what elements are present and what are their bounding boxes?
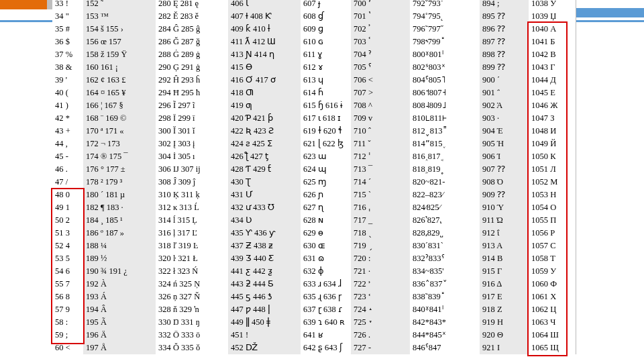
codepoint-cell: 613 ɥ xyxy=(301,74,351,87)
codepoint-cell: 921 Ι xyxy=(480,342,529,354)
codepoint-cell: 46 . xyxy=(52,163,83,176)
codepoint-cell: 844*845ˣ xyxy=(410,329,480,342)
codepoint-cell: 154 š 155 › xyxy=(83,23,156,36)
codepoint-cell: 156 œ 157 xyxy=(83,36,156,48)
codepoint-cell: 294 Ħ 295 ħ xyxy=(156,87,228,99)
codepoint-cell: 447 ƿ 448 ǀ xyxy=(228,303,301,316)
codepoint-cell: 296 Ĩ 297 ĩ xyxy=(156,99,228,112)
codepoint-cell: 415 Ɵ xyxy=(228,61,301,74)
codepoint-cell: 193 Á xyxy=(83,291,156,303)
codepoint-cell: 443 ƻ 444 Ƽ xyxy=(228,278,301,291)
codepoint-cell: 1050 К xyxy=(529,150,576,163)
codepoint-cell: 718 ˎ xyxy=(351,227,410,240)
codepoint-cell: 37 % xyxy=(52,48,83,61)
codepoint-cell: 413 Ɲ 414 ƞ xyxy=(228,48,301,61)
codepoint-cell: 152 ˜ xyxy=(83,0,156,10)
codepoint-cell: 717 _ xyxy=(351,214,410,227)
codepoint-cell: 701 ʽ xyxy=(351,10,410,23)
codepoint-cell: 897 ⁇ xyxy=(480,36,529,48)
codepoint-cell: 918 Ζ xyxy=(480,303,529,316)
codepoint-cell: 1042 В xyxy=(529,48,576,61)
codepoint-cell: 326 ņ 327 Ň xyxy=(156,291,228,303)
codepoint-cell: 629 ɵ xyxy=(301,227,351,240)
codepoint-cell: 727 - xyxy=(351,342,410,354)
codepoint-cell: 308 Ĵ 309 ĵ xyxy=(156,176,228,189)
codepoint-cell: 437 Ƶ 438 ƶ xyxy=(228,240,301,252)
codepoint-cell: 625 ɱ xyxy=(301,176,351,189)
codepoint-cell: 42 * xyxy=(52,112,83,125)
codepoint-cell: 708 ^ xyxy=(351,99,410,112)
codepoint-cell: 192 À xyxy=(83,278,156,291)
codepoint-cell: 900 ΄ xyxy=(480,74,529,87)
codepoint-cell: 284 Ĝ 285 ĝ xyxy=(156,23,228,36)
codepoint-cell: 51 3 xyxy=(52,227,83,240)
codepoint-cell: 802ˢ803ˣ xyxy=(410,61,480,74)
codepoint-cell: 1058 Т xyxy=(529,252,576,265)
codepoint-cell: 808˨809˩ xyxy=(410,99,480,112)
codepoint-cell: 898 ⁇ xyxy=(480,48,529,61)
codepoint-cell: 58 : xyxy=(52,316,83,329)
codepoint-cell: 909 ⁇ xyxy=(480,189,529,201)
codepoint-cell: 300 Ĭ 301 ĭ xyxy=(156,125,228,138)
codepoint-column: 406 Ɩ407 Ɨ 408 Ƙ409 ƙ 410 ƚ411 ƛ 412 Ɯ41… xyxy=(228,0,301,354)
codepoint-cell: 916 Δ xyxy=(480,278,529,291)
codepoint-cell: 609 ɡ xyxy=(301,23,351,36)
codepoint-cell: 1063 Ч xyxy=(529,316,576,329)
codepoint-cell: 416 Ơ 417 ơ xyxy=(228,74,301,87)
codepoint-cell: 1055 П xyxy=(529,214,576,227)
codepoint-cell: 194 Â xyxy=(83,303,156,316)
codepoint-cell: 724 ˔ xyxy=(351,303,410,316)
codepoint-column: 152 ˜153 ™154 š 155 ›156 œ 157158 ž 159 … xyxy=(83,0,156,354)
codepoint-cell: 1039 Џ xyxy=(529,10,576,23)
codepoint-cell: 153 ™ xyxy=(83,10,156,23)
codepoint-cell: 899 ⁇ xyxy=(480,61,529,74)
codepoint-cell: 41 ) xyxy=(52,99,83,112)
codepoint-cell: 711 ˇ xyxy=(351,138,410,150)
codepoint-cell: 707 > xyxy=(351,87,410,99)
codepoint-cell: 55 7 xyxy=(52,278,83,291)
codepoint-cell: 637 ɽ 638 ɾ xyxy=(301,303,351,316)
codepoint-cell: 451 ! xyxy=(228,329,301,342)
codepoint-cell: 725 ˕ xyxy=(351,316,410,329)
codepoint-column: 280 Ę 281 ę282 Ě 283 ě284 Ĝ 285 ĝ286 Ğ 2… xyxy=(156,0,229,354)
codepoint-cell: 162 ¢ 163 £ xyxy=(83,74,156,87)
codepoint-cell: 1056 Р xyxy=(529,227,576,240)
codepoint-cell: 705 ˁ xyxy=(351,61,410,74)
codepoint-cell: 172 ¬ 173 xyxy=(83,138,156,150)
codepoint-cell: 35 # xyxy=(52,23,83,36)
codepoint-cell: 324 ń 325 Ņ xyxy=(156,278,228,291)
codepoint-cell: 716 ˌ xyxy=(351,201,410,214)
codepoint-cell: 1064 Ш xyxy=(529,329,576,342)
codepoint-cell: 1051 Л xyxy=(529,163,576,176)
codepoint-cell: 40 ( xyxy=(52,87,83,99)
codepoint-cell: 702 ʾ xyxy=(351,23,410,36)
codepoint-cell: 314 ĺ 315 Ļ xyxy=(156,214,228,227)
codepoint-cell: 639 ɿ 640 ʀ xyxy=(301,316,351,329)
codepoint-cell: 1054 О xyxy=(529,201,576,214)
codepoint-cell: 430 Ʈ xyxy=(228,176,301,189)
codepoint-cell: 908 Ό xyxy=(480,176,529,189)
codepoint-cell: 700 ʼ xyxy=(351,0,410,10)
codepoint-cell: 816˰817˱ xyxy=(410,150,480,163)
codepoint-cell: 641 ʁ xyxy=(301,329,351,342)
codepoint-cell: 47 / xyxy=(52,176,83,189)
codepoint-cell: 407 Ɨ 408 Ƙ xyxy=(228,10,301,23)
codepoint-cell: 796˜797˝ xyxy=(410,23,480,36)
codepoint-cell: 1053 Н xyxy=(529,189,576,201)
codepoint-cell: 822–823⁄ xyxy=(410,189,480,201)
codepoint-cell: 197 Å xyxy=(83,342,156,354)
codepoint-cell: 912 ΐ xyxy=(480,227,529,240)
codepoint-cell: 419 ƣ xyxy=(228,99,301,112)
codepoint-cell: 168 ¨ 169 © xyxy=(83,112,156,125)
codepoint-cell: 409 ƙ 410 ƚ xyxy=(228,23,301,36)
codepoint-cell: 726 . xyxy=(351,329,410,342)
codepoint-cell: 721 · xyxy=(351,265,410,278)
codepoint-cell: 445 ƽ 446 ƾ xyxy=(228,291,301,303)
codepoint-cell: 432 ư 433 Ʊ xyxy=(228,201,301,214)
codepoint-cell: 612 ɤ xyxy=(301,61,351,74)
codepoint-cell: 59 ; xyxy=(52,329,83,342)
codepoint-cell: 304 İ 305 ı xyxy=(156,150,228,163)
codepoint-cell: 310 Ķ 311 ķ xyxy=(156,189,228,201)
codepoint-cell: 53 5 xyxy=(52,252,83,265)
codepoint-cell: 188 ¼ xyxy=(83,240,156,252)
